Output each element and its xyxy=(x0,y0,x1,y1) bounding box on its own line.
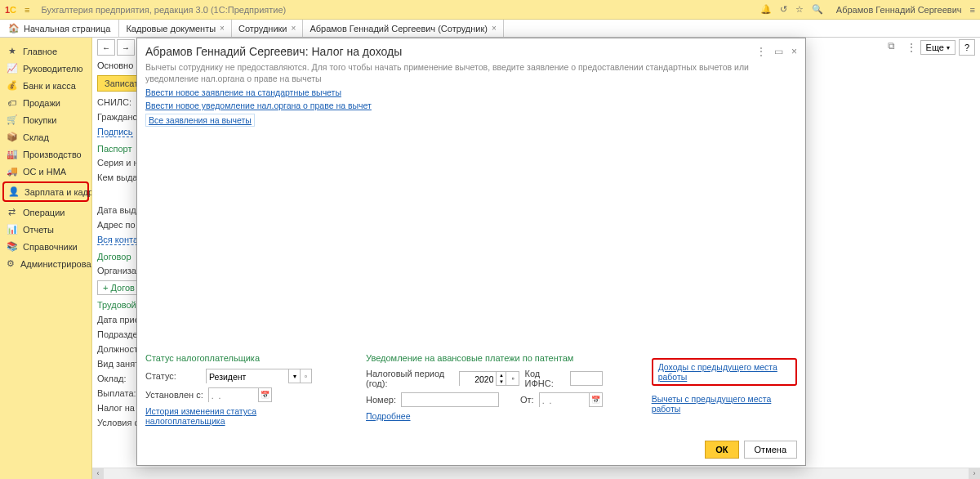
from-date-input[interactable] xyxy=(540,393,589,408)
signature-link[interactable]: Подпись xyxy=(97,127,133,137)
add-contract-button[interactable]: Догов xyxy=(97,280,140,295)
sidebar: ★Главное 📈Руководителю 💰Банк и касса 🏷Пр… xyxy=(0,38,92,479)
chart-icon: 📈 xyxy=(7,63,17,74)
popout-icon[interactable]: ⧉ xyxy=(888,40,902,55)
home-tab-label: Начальная страница xyxy=(24,24,110,34)
sidebar-item-production[interactable]: 🏭Производство xyxy=(0,145,91,163)
set-from-date[interactable]: 📅 xyxy=(208,387,272,402)
sidebar-item-label: Главное xyxy=(23,47,57,56)
sidebar-item-label: Склад xyxy=(23,132,49,142)
patent-section-title: Уведомление на авансовые платежи по пате… xyxy=(366,353,603,363)
minimize-icon[interactable]: ▭ xyxy=(774,46,783,57)
tag-icon: 🏷 xyxy=(7,97,17,108)
all-contacts-link[interactable]: Вся контак xyxy=(97,235,142,245)
menu-icon[interactable]: ≡ xyxy=(24,5,29,15)
cancel-button[interactable]: Отмена xyxy=(744,441,797,459)
more-button[interactable]: Еще▾ xyxy=(920,40,956,55)
sidebar-item-warehouse[interactable]: 📦Склад xyxy=(0,128,91,145)
scroll-left-button[interactable]: ‹ xyxy=(92,468,104,479)
tab-employee-card[interactable]: Абрамов Геннадий Сергеевич (Сотрудник) × xyxy=(303,20,503,37)
sidebar-item-manager[interactable]: 📈Руководителю xyxy=(0,60,91,77)
search-icon[interactable]: 🔍 xyxy=(812,4,823,15)
modal-info-text: Вычеты сотруднику не предоставляются. Дл… xyxy=(137,61,805,84)
year-spinner[interactable]: ▲ ▼ ▫ xyxy=(459,371,519,386)
modal-title: Абрамов Геннадий Сергеевич: Налог на дох… xyxy=(145,45,402,58)
prev-income-link[interactable]: Доходы с предыдущего места работы xyxy=(658,362,777,382)
sidebar-item-label: Покупки xyxy=(23,115,56,125)
year-input[interactable] xyxy=(460,372,496,387)
app-logo: 1C xyxy=(5,2,20,17)
sidebar-item-refs[interactable]: 📚Справочники xyxy=(0,238,91,255)
star-icon[interactable]: ☆ xyxy=(795,4,804,15)
home-icon: 🏠 xyxy=(8,23,20,34)
sidebar-item-bank[interactable]: 💰Банк и касса xyxy=(0,77,91,94)
ifns-input[interactable] xyxy=(570,371,603,386)
app-title: Бухгалтерия предприятия, редакция 3.0 (1… xyxy=(41,5,286,15)
close-icon[interactable]: × xyxy=(220,24,225,33)
box-icon: 📦 xyxy=(7,132,17,142)
sidebar-item-purchases[interactable]: 🛒Покупки xyxy=(0,111,91,128)
user-name[interactable]: Абрамов Геннадий Сергеевич xyxy=(836,5,962,15)
ok-button[interactable]: ОК xyxy=(705,441,738,459)
home-tab[interactable]: 🏠 Начальная страница xyxy=(0,20,119,37)
sidebar-item-label: Продажи xyxy=(23,98,60,108)
sidebar-item-hr[interactable]: 👤Зарплата и кадры xyxy=(2,181,89,202)
svg-text:C: C xyxy=(10,5,16,15)
tab-employees[interactable]: Сотрудники × xyxy=(232,20,303,37)
bell-icon[interactable]: 🔔 xyxy=(760,4,772,15)
user-menu-icon[interactable]: ≡ xyxy=(970,5,975,15)
more-label: Еще xyxy=(926,43,944,52)
horizontal-scrollbar[interactable]: ‹ › xyxy=(92,468,980,479)
forward-button[interactable]: → xyxy=(117,39,135,56)
close-icon[interactable]: × xyxy=(791,46,797,57)
star-icon: ★ xyxy=(7,46,17,56)
tax-period-label: Налоговый период (год): xyxy=(366,369,454,388)
set-from-input[interactable] xyxy=(209,388,258,403)
tab-label: Кадровые документы xyxy=(126,24,216,34)
number-input[interactable] xyxy=(401,392,499,407)
tabstrip: 🏠 Начальная страница Кадровые документы … xyxy=(0,20,980,38)
status-history-link[interactable]: История изменения статуса налогоплательщ… xyxy=(145,406,317,426)
status-input[interactable] xyxy=(207,369,288,384)
calendar-icon[interactable]: 📅 xyxy=(258,388,271,401)
from-date[interactable]: 📅 xyxy=(539,392,603,407)
more-link[interactable]: Подробнее xyxy=(366,411,410,421)
sidebar-item-sales[interactable]: 🏷Продажи xyxy=(0,94,91,111)
calendar-icon[interactable]: 📅 xyxy=(589,393,602,406)
kebab-icon[interactable]: ⋮ xyxy=(906,41,917,54)
combo-open-button[interactable]: ▫ xyxy=(300,369,311,383)
ifns-label: Код ИФНС: xyxy=(524,369,564,388)
tab-hr-docs[interactable]: Кадровые документы × xyxy=(119,20,232,37)
money-icon: 💰 xyxy=(7,80,17,91)
sidebar-item-main[interactable]: ★Главное xyxy=(0,43,91,60)
back-button[interactable]: ← xyxy=(97,39,115,56)
close-icon[interactable]: × xyxy=(292,24,296,33)
kebab-icon[interactable]: ⋮ xyxy=(756,46,766,57)
person-icon: 👤 xyxy=(8,186,19,197)
cart-icon: 🛒 xyxy=(7,114,17,125)
scroll-right-button[interactable]: › xyxy=(969,468,980,479)
report-icon: 📊 xyxy=(7,224,17,235)
link-new-notice[interactable]: Ввести новое уведомление нал.органа о пр… xyxy=(145,101,372,110)
history-icon[interactable]: ↺ xyxy=(780,4,787,15)
status-section-title: Статус налогоплательщика xyxy=(145,353,317,363)
link-all-deductions[interactable]: Все заявления на вычеты xyxy=(145,114,255,127)
sidebar-item-reports[interactable]: 📊Отчеты xyxy=(0,221,91,238)
tab-label: Абрамов Геннадий Сергеевич (Сотрудник) xyxy=(310,24,488,34)
sidebar-item-label: Руководителю xyxy=(23,64,82,74)
prev-income-link-highlight: Доходы с предыдущего места работы xyxy=(652,358,797,386)
sidebar-item-admin[interactable]: ⚙Администрирование xyxy=(0,255,91,272)
form-tab-main[interactable]: Основно xyxy=(97,60,133,70)
gear-icon: ⚙ xyxy=(7,258,15,269)
calendar-icon[interactable]: ▫ xyxy=(506,372,519,385)
spin-up-button[interactable]: ▲ xyxy=(496,372,506,378)
help-button[interactable]: ? xyxy=(959,39,975,56)
link-new-std-deduction[interactable]: Ввести новое заявление на стандартные вы… xyxy=(145,87,341,97)
status-combo[interactable]: ▾ ▫ xyxy=(206,369,312,383)
spin-down-button[interactable]: ▼ xyxy=(496,378,506,385)
prev-deductions-link[interactable]: Вычеты с предыдущего места работы xyxy=(652,394,797,414)
combo-dropdown-button[interactable]: ▾ xyxy=(288,369,300,383)
close-icon[interactable]: × xyxy=(492,24,497,33)
sidebar-item-operations[interactable]: ⇄Операции xyxy=(0,204,91,221)
sidebar-item-assets[interactable]: 🚚ОС и НМА xyxy=(0,163,91,180)
